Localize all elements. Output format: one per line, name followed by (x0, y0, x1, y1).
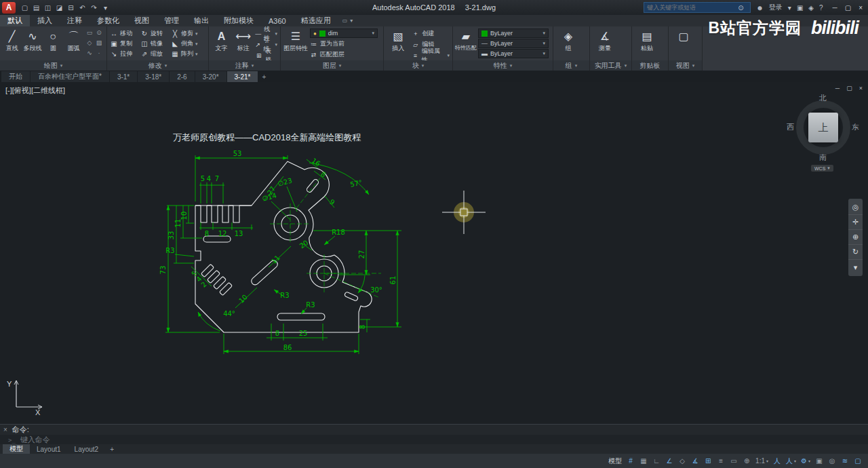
ribbon-tab-addins[interactable]: 附加模块 (216, 15, 261, 26)
sign-in-avatar-icon[interactable]: ☻ (756, 4, 764, 12)
ribbon-minimize-control[interactable]: ▭▾ (338, 15, 357, 26)
graphics-performance-toggle[interactable]: ≋ (839, 455, 851, 467)
doc-close-button[interactable]: × (859, 85, 863, 92)
mirror-button[interactable]: ◫镜像 (140, 39, 171, 49)
wcs-dropdown[interactable]: WCS ▾ (811, 165, 833, 172)
measure-button[interactable]: ∡ 测量 (593, 28, 617, 52)
viewport-controls-label[interactable]: [-][俯视][二维线框] (5, 85, 65, 96)
command-close-icon[interactable]: × (3, 426, 7, 433)
draw-panel-label[interactable]: 绘图▾ (0, 60, 106, 71)
viewcube[interactable]: 北 南 西 东 上 WCS ▾ (791, 94, 856, 176)
transparency-toggle[interactable]: ▭ (728, 455, 740, 467)
ribbon-tab-output[interactable]: 输出 (186, 15, 216, 26)
ribbon-tab-featured-apps[interactable]: 精选应用 (294, 15, 338, 26)
application-menu-button[interactable]: A (2, 2, 16, 14)
lineweight-dropdown[interactable]: ▬ ByLayer ▾ (478, 49, 549, 58)
ellipse-tool-icon[interactable]: ⊙ (94, 29, 104, 39)
ribbon-tab-home[interactable]: 默认 (0, 15, 30, 26)
workspace-switching-button[interactable]: ⚙▾ (799, 455, 812, 467)
hatch-tool-icon[interactable]: ▨ (94, 39, 104, 50)
trim-button[interactable]: ╳修剪▾ (171, 28, 201, 39)
clean-screen-button[interactable]: ▢ (852, 455, 864, 467)
table-button[interactable]: ⊞表格 (255, 50, 277, 60)
rotate-button[interactable]: ↻旋转 (140, 28, 171, 39)
circle-button[interactable]: ○ 圆 (44, 28, 62, 52)
close-button[interactable]: × (859, 4, 863, 12)
ribbon-tab-view[interactable]: 视图 (127, 15, 157, 26)
orbit-icon[interactable]: ↻ (848, 245, 863, 260)
text-button[interactable]: A 文字 (212, 28, 231, 52)
navbar-more-icon[interactable]: ▾ (848, 260, 863, 275)
save-icon[interactable]: ◫ (42, 4, 54, 12)
ribbon-tab-parametric[interactable]: 参数化 (90, 15, 127, 26)
file-tab-4[interactable]: 2-6 (170, 71, 194, 82)
snap-toggle[interactable]: ▦ (637, 455, 650, 467)
layout-tab-layout1[interactable]: Layout1 (30, 444, 68, 454)
file-tab-3[interactable]: 3-18* (138, 71, 169, 82)
rectangle-tool-icon[interactable]: ▭ (85, 29, 94, 39)
make-current-button[interactable]: ≔置为当前 (310, 39, 378, 49)
lineweight-toggle[interactable]: ≡ (715, 455, 727, 467)
grid-toggle[interactable]: # (625, 455, 637, 467)
redo-icon[interactable]: ↷ (88, 4, 100, 12)
copy-button[interactable]: ▣复制 (110, 39, 140, 49)
ucs-icon[interactable]: Y X (7, 380, 42, 416)
object-snap-tracking-toggle[interactable]: ∡ (689, 455, 701, 467)
stretch-button[interactable]: ↘拉伸 (110, 49, 140, 59)
sign-in-caret-icon[interactable]: ▾ (788, 4, 791, 12)
annotation-monitor-toggle[interactable]: ▣ (813, 455, 825, 467)
maximize-button[interactable]: ▢ (845, 4, 851, 12)
pan-icon[interactable]: ✛ (848, 215, 863, 230)
properties-panel-label[interactable]: 特性▾ (453, 60, 553, 71)
fillet-button[interactable]: ◣倒角▾ (171, 39, 201, 49)
ribbon-tab-annotate[interactable]: 注释 (60, 15, 90, 26)
view-tool-button[interactable]: ▢ (671, 28, 696, 45)
annotation-visibility-toggle[interactable]: 人 (771, 455, 783, 467)
file-tab-1[interactable]: 百余种住宅户型平面* (31, 71, 109, 82)
command-input-row[interactable]: >_ 键入命令 (0, 435, 868, 445)
drawing-area[interactable]: 万老师原创教程——CAD2018全新高端绘图教程 (0, 82, 868, 424)
view-panel-label[interactable]: 视图▾ (669, 60, 702, 71)
doc-restore-button[interactable]: ▢ (846, 85, 852, 92)
insert-block-button[interactable]: ▧ 插入 (387, 28, 410, 52)
block-panel-label[interactable]: 块▾ (384, 60, 452, 71)
create-block-button[interactable]: +创建 (412, 28, 450, 39)
help-search-box[interactable]: ⊙ (644, 2, 751, 13)
linetype-dropdown[interactable]: — ByLayer ▾ (478, 39, 549, 48)
viewcube-west-label[interactable]: 西 (787, 122, 794, 132)
isodraft-toggle[interactable]: ◇ (676, 455, 688, 467)
spline-tool-icon[interactable]: ∿ (85, 50, 94, 60)
layer-properties-button[interactable]: ☰ 图层特性 (283, 28, 308, 52)
stay-connected-icon[interactable]: ◈ (808, 4, 814, 12)
viewcube-south-label[interactable]: 南 (819, 153, 827, 163)
search-icon[interactable]: ⊙ (738, 4, 743, 12)
viewcube-north-label[interactable]: 北 (819, 93, 827, 103)
file-tab-active[interactable]: 3-21* (227, 71, 258, 82)
ribbon-tab-manage[interactable]: 管理 (157, 15, 186, 26)
open-file-icon[interactable]: ▤ (31, 4, 42, 12)
match-layer-button[interactable]: ⇄匹配图层 (310, 50, 378, 60)
edit-attributes-button[interactable]: ≡编辑属性▾ (412, 50, 450, 60)
quick-properties-toggle[interactable]: ◎ (826, 455, 838, 467)
arc-button[interactable]: ⌒ 圆弧 (64, 28, 83, 52)
groups-panel-label[interactable]: 组▾ (553, 60, 589, 71)
layer-dropdown[interactable]: ● dim ▾ (310, 28, 378, 38)
save-as-icon[interactable]: ◪ (54, 4, 65, 12)
new-layout-button[interactable]: + (105, 446, 119, 453)
undo-icon[interactable]: ↶ (77, 4, 88, 12)
ortho-toggle[interactable]: ∟ (650, 455, 663, 467)
layers-panel-label[interactable]: 图层▾ (281, 60, 383, 71)
array-button[interactable]: ▦阵列▾ (171, 49, 201, 59)
viewcube-top-face[interactable]: 上 (808, 113, 838, 142)
polar-tracking-toggle[interactable]: ∠ (663, 455, 675, 467)
qat-customize-icon[interactable]: ▾ (100, 4, 111, 12)
modify-panel-label[interactable]: 修改▾ (107, 60, 208, 71)
utilities-panel-label[interactable]: 实用工具▾ (590, 60, 631, 71)
app-store-icon[interactable]: ▣ (797, 4, 803, 12)
move-button[interactable]: ↔移动 (110, 28, 140, 39)
model-space-button[interactable]: 模型 (606, 455, 624, 467)
file-tab-5[interactable]: 3-20* (195, 71, 226, 82)
file-tab-2[interactable]: 3-1* (110, 71, 137, 82)
annotation-autoscale-toggle[interactable]: 人▾ (784, 455, 798, 467)
polyline-button[interactable]: ∿ 多段线 (23, 28, 41, 52)
